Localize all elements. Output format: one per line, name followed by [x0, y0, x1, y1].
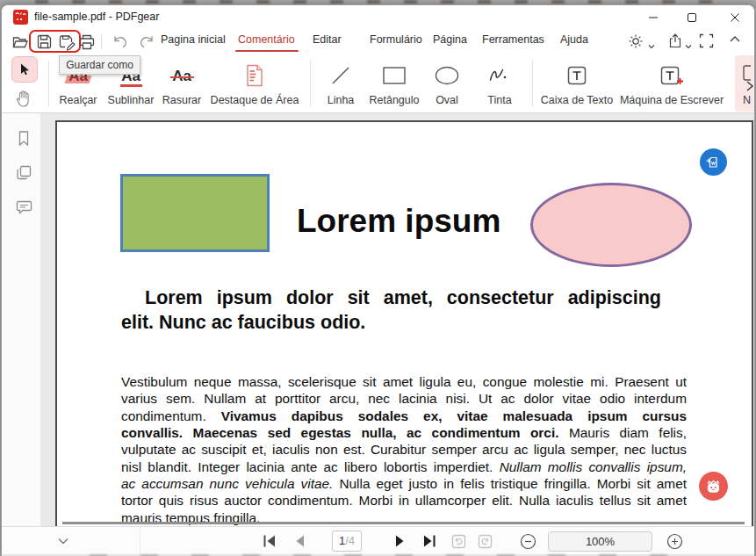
- tool-tinta[interactable]: Tinta: [483, 59, 516, 106]
- page-number-input[interactable]: 1/4: [332, 531, 362, 552]
- select-cursor-tool[interactable]: [11, 56, 38, 83]
- rotate-right-button[interactable]: [477, 533, 493, 553]
- tool-maquina-de-escrever[interactable]: Máquina de Escrever: [618, 59, 725, 106]
- tool-retangulo[interactable]: Retângulo: [366, 59, 422, 106]
- tool-oval[interactable]: Oval: [431, 59, 463, 106]
- maximize-button[interactable]: [673, 5, 710, 29]
- zoom-out-button[interactable]: [520, 533, 536, 553]
- zoom-in-button[interactable]: [666, 533, 683, 553]
- content-area: Lorem ipsum Lorem ipsum dolor sit amet, …: [2, 113, 754, 526]
- bottom-toolbar: 1/4 100%: [2, 526, 754, 556]
- collapse-ribbon-icon[interactable]: [728, 32, 742, 50]
- menu-bar: Pagina inicial Comentário Editar Formulá…: [2, 29, 754, 54]
- theme-dropdown-caret[interactable]: [648, 38, 655, 54]
- tool-destaque-de-area[interactable]: Destaque de Área: [210, 59, 299, 106]
- active-tab-underline: [235, 50, 299, 53]
- app-window: file-sample.pdf - PDFgear: [1, 4, 755, 556]
- convert-to-word-button[interactable]: [700, 148, 727, 176]
- pdf-pink-ellipse-shape[interactable]: [530, 183, 692, 267]
- save-icon[interactable]: [36, 33, 54, 51]
- undo-icon[interactable]: [112, 33, 129, 51]
- fullscreen-icon[interactable]: [698, 32, 715, 53]
- tab-ferramentas[interactable]: Ferramentas: [482, 33, 544, 46]
- toolbar-separator: [101, 34, 102, 49]
- save-as-icon[interactable]: [58, 33, 76, 51]
- pages-thumbnails-icon[interactable]: [16, 164, 32, 184]
- collapse-bottombar-icon[interactable]: [56, 535, 70, 551]
- title-bar: file-sample.pdf - PDFgear: [2, 5, 754, 29]
- zoom-level-input[interactable]: 100%: [548, 531, 652, 552]
- tooltip-guardar-como: Guardar como: [59, 55, 140, 75]
- window-title: file-sample.pdf - PDFgear: [34, 11, 159, 23]
- redo-icon[interactable]: [138, 33, 155, 51]
- tool-caixa-de-texto[interactable]: Caixa de Texto: [539, 59, 615, 106]
- tab-pagina[interactable]: Página: [433, 33, 467, 46]
- ai-assistant-button[interactable]: [699, 472, 728, 501]
- share-dropdown-caret[interactable]: [685, 38, 692, 54]
- ribbon-separator: [532, 61, 533, 106]
- ribbon-separator: [310, 61, 311, 106]
- left-sidebar: [2, 113, 40, 526]
- pdf-body-paragraph: Vestibulum neque massa, scelerisque sit …: [121, 373, 687, 526]
- next-page-button[interactable]: [393, 533, 407, 552]
- pdf-subheading: Lorem ipsum dolor sit amet, consectetur …: [121, 285, 661, 335]
- comments-icon[interactable]: [16, 199, 32, 219]
- pdf-horizontal-rule: [62, 522, 745, 524]
- tab-formulario[interactable]: Formulário: [370, 33, 422, 46]
- open-file-icon[interactable]: [11, 33, 29, 51]
- bookmarks-icon[interactable]: [16, 130, 32, 150]
- tab-comentario[interactable]: Comentário: [238, 33, 295, 46]
- tool-partial-nota[interactable]: N: [735, 55, 755, 112]
- close-button[interactable]: [716, 5, 753, 29]
- pdf-heading: Lorem ipsum: [297, 203, 500, 240]
- tab-editar[interactable]: Editar: [313, 33, 342, 46]
- tab-ajuda[interactable]: Ajuda: [560, 33, 588, 46]
- first-page-button[interactable]: [262, 533, 277, 552]
- last-page-button[interactable]: [421, 533, 437, 552]
- rotate-left-button[interactable]: [450, 533, 467, 553]
- pdf-page: Lorem ipsum Lorem ipsum dolor sit amet, …: [55, 120, 753, 526]
- hand-tool[interactable]: [13, 89, 36, 112]
- print-icon[interactable]: [78, 33, 96, 51]
- ribbon-separator: [48, 61, 49, 106]
- tool-linha[interactable]: Linha: [324, 59, 357, 106]
- tool-rasurar[interactable]: Aa Rasurar: [161, 59, 203, 106]
- pdfgear-logo-icon: [13, 10, 28, 25]
- share-icon[interactable]: [666, 32, 684, 54]
- theme-icon[interactable]: [627, 32, 644, 54]
- bottombar-separator: [140, 528, 140, 556]
- minimize-button[interactable]: [635, 5, 672, 29]
- pdf-green-rectangle-shape[interactable]: [120, 174, 270, 252]
- background-ghost-text: [26, 0, 720, 4]
- tab-pagina-inicial[interactable]: Pagina inicial: [161, 33, 226, 46]
- previous-page-button[interactable]: [292, 533, 306, 552]
